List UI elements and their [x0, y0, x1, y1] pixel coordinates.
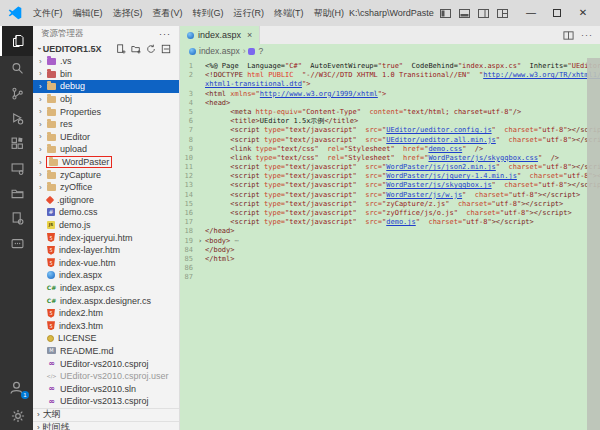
maximize-button[interactable]: [544, 0, 570, 26]
activity-folder-view[interactable]: [0, 181, 33, 206]
fold-gutter: [198, 172, 205, 181]
new-folder-icon[interactable]: [131, 44, 141, 54]
html-icon: [47, 321, 55, 330]
tree-item-index-jqueryui-htm[interactable]: index-jqueryui.htm: [33, 231, 179, 244]
editor-actions: ···: [563, 26, 600, 44]
toggle-panel-icon[interactable]: [459, 8, 470, 19]
line-number: 14: [180, 191, 198, 200]
line-number: 13: [180, 181, 198, 190]
activity-file-settings[interactable]: [0, 206, 33, 231]
tree-item-wordpaster[interactable]: ›WordPaster: [33, 156, 179, 169]
menu-item-7[interactable]: 帮助(H): [309, 5, 350, 22]
activity-explorer[interactable]: [0, 26, 33, 56]
tree-item-ueditor[interactable]: ›UEditor: [33, 131, 179, 144]
tree-item-ueditor-vs2010-csproj-user[interactable]: UEditor-vs2010.csproj.user: [33, 370, 179, 383]
tree-item-index-layer-htm[interactable]: index-layer.htm: [33, 244, 179, 257]
project-section-header[interactable]: › UEDITOR1.5X: [33, 42, 179, 55]
explorer-more-actions[interactable]: ···: [159, 29, 171, 39]
tree-item-ueditor-vs2010-sln[interactable]: UEditor-vs2010.sln: [33, 382, 179, 395]
code-line: 3<html xmlns="http://www.w3.org/1999/xht…: [180, 90, 600, 99]
tree-item-zyoffice[interactable]: ›zyOffice: [33, 181, 179, 194]
tab-index-aspx[interactable]: index.aspx ×: [180, 26, 260, 44]
code-text: <script type="text/javascript" src="Word…: [205, 163, 600, 172]
tree-item-bin[interactable]: ›bin: [33, 68, 179, 81]
activity-terminal-box[interactable]: [0, 231, 33, 256]
account-button[interactable]: 1: [0, 372, 33, 402]
fold-gutter: [198, 227, 205, 236]
tree-item-readme-md[interactable]: README.md: [33, 345, 179, 358]
tree-item-license[interactable]: LICENSE: [33, 332, 179, 345]
tree-item-debug[interactable]: ›debug: [33, 80, 179, 93]
minimap-scrollbar[interactable]: [587, 58, 600, 430]
tree-item-properties[interactable]: ›Properties: [33, 105, 179, 118]
tree-item-index-vue-htm[interactable]: index-vue.htm: [33, 257, 179, 270]
tree-item-index2-htm[interactable]: index2.htm: [33, 307, 179, 320]
menu-item-1[interactable]: 编辑(E): [68, 5, 108, 22]
code-text: <script type="text/javascript" src="zyOf…: [205, 209, 600, 218]
tree-item-demo-js[interactable]: demo.js: [33, 219, 179, 232]
tree-item-label: index2.htm: [59, 308, 103, 318]
tree-item-ueditor-vs2013-csproj[interactable]: UEditor-vs2013.csproj: [33, 395, 179, 408]
menu-item-5[interactable]: 运行(R): [229, 5, 270, 22]
activity-extensions[interactable]: [0, 131, 33, 156]
new-file-icon[interactable]: [116, 44, 126, 54]
tree-item-label: UEditor-vs2010.sln: [60, 384, 136, 394]
breadcrumb-symbol[interactable]: ?: [258, 46, 263, 56]
tree-item-label: Properties: [60, 107, 101, 117]
tree-item-index-aspx-designer-cs[interactable]: index.aspx.designer.cs: [33, 294, 179, 307]
tree-item-upload[interactable]: ›upload: [33, 143, 179, 156]
sidebar-bottom-sections: ›大纲›时间线: [33, 408, 179, 430]
activity-source-control[interactable]: [0, 81, 33, 106]
toggle-sidebar-icon[interactable]: [440, 8, 451, 19]
tree-item-label: UEditor-vs2010.csproj.user: [60, 371, 169, 381]
minimize-button[interactable]: —: [518, 0, 544, 26]
tree-item-label: obj: [60, 94, 72, 104]
menu-item-0[interactable]: 文件(F): [28, 5, 68, 22]
settings-button[interactable]: [0, 402, 33, 430]
menu-item-6[interactable]: 终端(T): [269, 5, 309, 22]
line-number: 19: [180, 237, 198, 246]
folder-icon: [47, 121, 56, 128]
tree-item-index3-htm[interactable]: index3.htm: [33, 319, 179, 332]
tree-item-zycapture[interactable]: ›zyCapture: [33, 168, 179, 181]
tree-item-index-aspx-cs[interactable]: index.aspx.cs: [33, 282, 179, 295]
tree-item-index-aspx[interactable]: index.aspx: [33, 269, 179, 282]
sidebar-section-1[interactable]: ›时间线: [33, 421, 179, 430]
tree-item-res[interactable]: ›res: [33, 118, 179, 131]
breadcrumb-file[interactable]: index.aspx: [199, 46, 240, 56]
close-button[interactable]: ✕: [570, 0, 596, 26]
code-editor[interactable]: 1<%@ Page Language="C#" AutoEventWireup=…: [180, 58, 600, 430]
menu-item-4[interactable]: 转到(G): [188, 5, 229, 22]
breadcrumb[interactable]: index.aspx › ?: [180, 44, 600, 58]
fold-gutter: [198, 255, 205, 264]
tree-item--vs[interactable]: ›.vs: [33, 55, 179, 68]
tree-item-demo-css[interactable]: demo.css: [33, 206, 179, 219]
customize-layout-icon[interactable]: [497, 8, 508, 19]
tree-item-label: res: [60, 119, 73, 129]
tree-item--gitignore[interactable]: .gitignore: [33, 194, 179, 207]
folder-vs-icon: [47, 58, 56, 65]
tab-close-icon[interactable]: ×: [247, 30, 252, 40]
license-icon: [47, 335, 54, 342]
line-number: 1: [180, 62, 198, 71]
tree-item-obj[interactable]: ›obj: [33, 93, 179, 106]
refresh-icon[interactable]: [146, 44, 156, 54]
activity-run-debug[interactable]: [0, 106, 33, 131]
fold-chevron-icon[interactable]: ›: [198, 237, 205, 246]
fold-gutter: [198, 117, 205, 126]
tree-item-ueditor-vs2010-csproj[interactable]: UEditor-vs2010.csproj: [33, 357, 179, 370]
sidebar-section-0[interactable]: ›大纲: [33, 408, 179, 421]
line-number: 11: [180, 163, 198, 172]
html-icon: [47, 233, 55, 242]
split-editor-icon[interactable]: [563, 30, 574, 41]
menu-item-3[interactable]: 查看(V): [148, 5, 188, 22]
collapse-folders-icon[interactable]: [161, 44, 171, 54]
toggle-secondary-sidebar-icon[interactable]: [478, 8, 489, 19]
activity-remote-explorer[interactable]: [0, 156, 33, 181]
more-actions-icon[interactable]: ···: [581, 30, 593, 40]
menu-item-2[interactable]: 选择(S): [108, 5, 148, 22]
code-lines: 1<%@ Page Language="C#" AutoEventWireup=…: [180, 58, 600, 430]
activity-search[interactable]: [0, 56, 33, 81]
code-line: 85</html>: [180, 255, 600, 264]
line-number: 84: [180, 246, 198, 255]
